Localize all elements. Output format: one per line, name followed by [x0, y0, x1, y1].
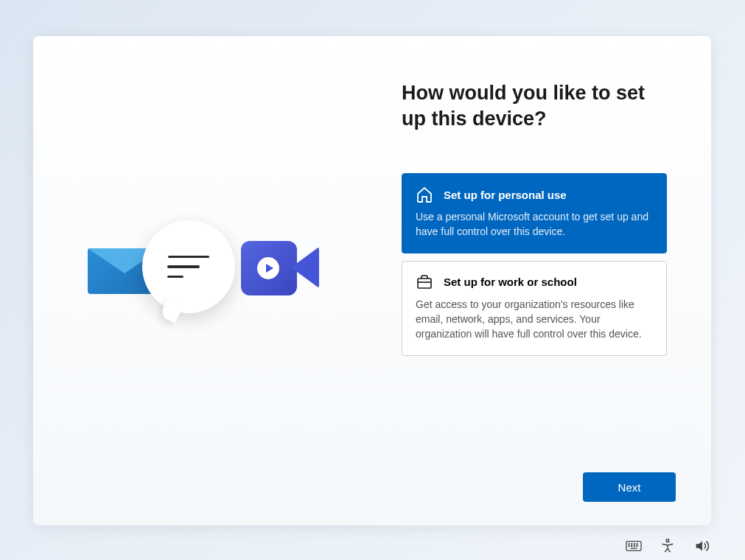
- setup-illustration: [92, 214, 313, 347]
- svg-point-5: [637, 544, 637, 545]
- illustration-pane: [33, 36, 372, 525]
- svg-point-11: [666, 539, 669, 542]
- svg-point-7: [632, 545, 632, 546]
- option-personal-use[interactable]: Set up for personal use Use a personal M…: [402, 173, 667, 253]
- option-description: Get access to your organization's resour…: [416, 297, 653, 342]
- briefcase-icon: [416, 273, 433, 291]
- keyboard-icon[interactable]: [626, 538, 642, 554]
- speech-bubble-icon: [142, 220, 235, 313]
- option-title: Set up for work or school: [444, 276, 577, 288]
- video-camera-icon: [241, 241, 319, 297]
- setup-card: How would you like to set up this device…: [33, 36, 711, 525]
- option-description: Use a personal Microsoft account to get …: [416, 209, 653, 239]
- svg-point-4: [634, 544, 634, 545]
- svg-point-3: [632, 544, 632, 545]
- accessibility-icon[interactable]: [660, 538, 676, 554]
- svg-point-8: [634, 545, 634, 546]
- volume-icon[interactable]: [693, 538, 710, 554]
- page-heading: How would you like to set up this device…: [402, 80, 667, 132]
- home-icon: [416, 186, 433, 203]
- svg-point-6: [629, 545, 629, 546]
- taskbar-utility-icons: [626, 538, 710, 554]
- svg-rect-0: [418, 279, 431, 288]
- option-title: Set up for personal use: [444, 189, 567, 201]
- svg-point-9: [637, 545, 637, 546]
- next-button[interactable]: Next: [583, 472, 676, 502]
- svg-point-2: [629, 544, 629, 545]
- content-pane: How would you like to set up this device…: [372, 36, 711, 525]
- option-work-school[interactable]: Set up for work or school Get access to …: [402, 261, 667, 356]
